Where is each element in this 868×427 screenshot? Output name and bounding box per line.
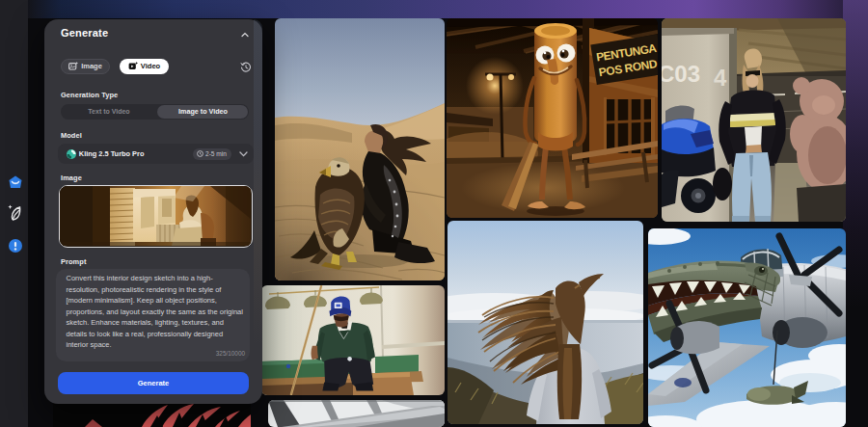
- svg-text:C03: C03: [662, 61, 700, 87]
- svg-text:4: 4: [714, 65, 727, 91]
